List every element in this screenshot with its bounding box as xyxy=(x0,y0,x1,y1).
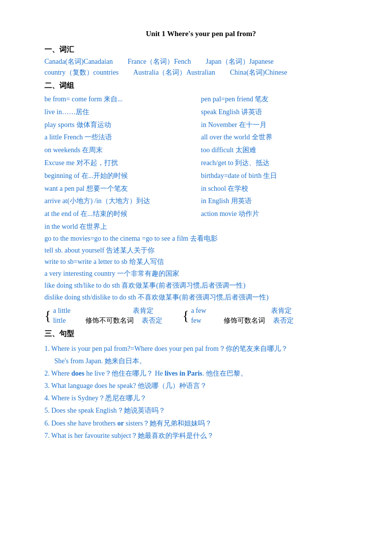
section-sentences-header: 三、句型 xyxy=(44,329,357,339)
or-bold: or xyxy=(118,420,124,427)
vocab-row-1: Canada(名词)Canadaian France（名词）Fench Japa… xyxy=(44,57,357,66)
vocab-japan: Japan（名词）Japanese xyxy=(206,57,274,66)
phrase-grid: be from= come form 来自... pen pal=pen fri… xyxy=(44,93,357,220)
phrase-left-3: play sports 做体育运动 xyxy=(44,119,201,131)
phrase-full-4: write to sb=write a letter to sb 给某人写信 xyxy=(44,256,357,268)
phrase-left-10: at the end of 在...结束的时候 xyxy=(44,208,201,220)
page-title: Unit 1 Where's your pen pal from? xyxy=(44,30,357,38)
does-bold: does xyxy=(72,370,84,377)
vocab-france: France（名词）Fench xyxy=(127,57,191,66)
brace-left-row-1: a little 表肯定 xyxy=(53,306,162,315)
phrase-left-1: be from= come form 来自... xyxy=(44,93,201,105)
phrase-left-6: Excuse me 对不起，打扰 xyxy=(44,157,201,169)
brace-right-row-1: a few 表肯定 xyxy=(191,306,294,315)
phrase-right-3: in November 在十一月 xyxy=(201,119,357,131)
brace-meaning-affirm1: 表肯定 xyxy=(133,306,154,315)
vocab-row-2: country（复数）countries Australia（名词）Austra… xyxy=(44,68,357,77)
phrase-right-2: speak English 讲英语 xyxy=(201,106,357,118)
brace-word-few: few xyxy=(191,317,216,325)
phrase-right-6: reach/get to 到达、抵达 xyxy=(201,157,357,169)
brace-mod-text1: 修饰不可数名词 xyxy=(85,316,134,325)
phrase-left-9: arrive at(小地方) /in（大地方）到达 xyxy=(44,195,201,207)
brace-word-afew: a few xyxy=(191,307,216,315)
phrase-right-8: in school 在学校 xyxy=(201,183,357,195)
phrase-right-5: too difficult 太困难 xyxy=(201,144,357,156)
brace-mod-text2: 修饰可数名词 xyxy=(224,316,265,325)
phrase-right-9: in English 用英语 xyxy=(201,195,357,207)
brace-left-content: a little 表肯定 little 修饰不可数名词 表否定 xyxy=(53,306,162,325)
phrase-right-1: pen pal=pen friend 笔友 xyxy=(201,93,357,105)
phrase-full-5: a very interesting country 一个非常有趣的国家 xyxy=(44,268,357,280)
sentence-3: 3. What language does he speak? 他说哪（几）种语… xyxy=(44,380,357,392)
vocab-china: China(名词)Chinese xyxy=(230,68,287,77)
brace-word-little: little xyxy=(53,317,78,325)
vocab-australia: Australia（名词）Australian xyxy=(133,68,215,77)
phrase-full-1: in the world 在世界上 xyxy=(44,221,357,233)
brace-meaning-affirm2: 表肯定 xyxy=(271,306,292,315)
bracket-group-left: { a little 表肯定 little 修饰不可数名词 表否定 xyxy=(44,306,162,325)
sentence-2-num: 2. xyxy=(44,370,51,377)
brace-word-alittle: a little xyxy=(53,307,78,315)
phrase-right-10: action movie 动作片 xyxy=(201,208,357,220)
brace-meaning-neg1: 表否定 xyxy=(142,316,162,325)
sentence-2: 2. Where does he live？他住在哪儿？ He lives in… xyxy=(44,367,357,380)
phrase-right-4: all over the world 全世界 xyxy=(201,131,357,143)
phrase-full-2: go to the movies=go to the cinema =go to… xyxy=(44,233,357,245)
sentence-1: 1. Where is your pen pal from?=Where doe… xyxy=(44,342,357,355)
brace-right-content: a few 表肯定 few 修饰可数名词 表否定 xyxy=(191,306,294,325)
phrase-left-2: live in……居住 xyxy=(44,106,201,118)
brace-left-row-2: little 修饰不可数名词 表否定 xyxy=(53,316,162,325)
lives-bold: lives in Paris xyxy=(165,370,202,377)
phrase-full-7: dislike doing sth/dislike to do sth 不喜欢做… xyxy=(44,292,357,303)
vocab-canada: Canada(名词)Canadaian xyxy=(44,57,113,66)
vocab-country: country（复数）countries xyxy=(44,68,118,77)
sentence-1-num: 1. xyxy=(44,345,51,352)
phrase-full-3: tell sb. about yourself 告述某人关于你 xyxy=(44,245,357,256)
sentence-5-num: 5. xyxy=(44,407,51,414)
phrase-left-8: want a pen pal 想要一个笔友 xyxy=(44,183,201,195)
sentence-4-num: 4. xyxy=(44,394,51,402)
phrase-left-4: a little French 一些法语 xyxy=(44,131,201,143)
sentence-5: 5. Does she speak English？她说英语吗？ xyxy=(44,404,357,417)
brace-right-row-2: few 修饰可数名词 表否定 xyxy=(191,316,294,325)
phrase-left-5: on weekends 在周末 xyxy=(44,144,201,156)
sentence-section: 1. Where is your pen pal from?=Where doe… xyxy=(44,342,357,442)
section-phrases-header: 二、词组 xyxy=(44,81,357,90)
brace-left-symbol: { xyxy=(44,309,51,323)
phrase-full-6: like doing sth/like to do sth 喜欢做某事(前者强调… xyxy=(44,280,357,292)
sentence-3-num: 3. xyxy=(44,382,51,389)
sentence-6-num: 6. xyxy=(44,420,51,427)
brace-right-symbol: { xyxy=(182,309,189,323)
sentence-7: 7. What is her favourite subject？她最喜欢的学科… xyxy=(44,429,357,442)
phrase-right-7: birthday=date of birth 生日 xyxy=(201,170,357,182)
section-vocab-header: 一、词汇 xyxy=(44,45,357,54)
bracket-container: { a little 表肯定 little 修饰不可数名词 表否定 { a fe… xyxy=(44,306,357,325)
phrase-left-7: beginning of 在...开始的时候 xyxy=(44,170,201,182)
brace-meaning-neg2: 表否定 xyxy=(273,316,294,325)
bracket-group-right: { a few 表肯定 few 修饰可数名词 表否定 xyxy=(182,306,293,325)
sentence-6: 6. Does she have brothers or sisters？她有兄… xyxy=(44,417,357,429)
sentence-1-answer: She's from Japan. 她来自日本。 xyxy=(54,355,357,367)
sentence-4: 4. Where is Sydney？悉尼在哪儿？ xyxy=(44,392,357,404)
sentence-7-num: 7. xyxy=(44,432,51,439)
